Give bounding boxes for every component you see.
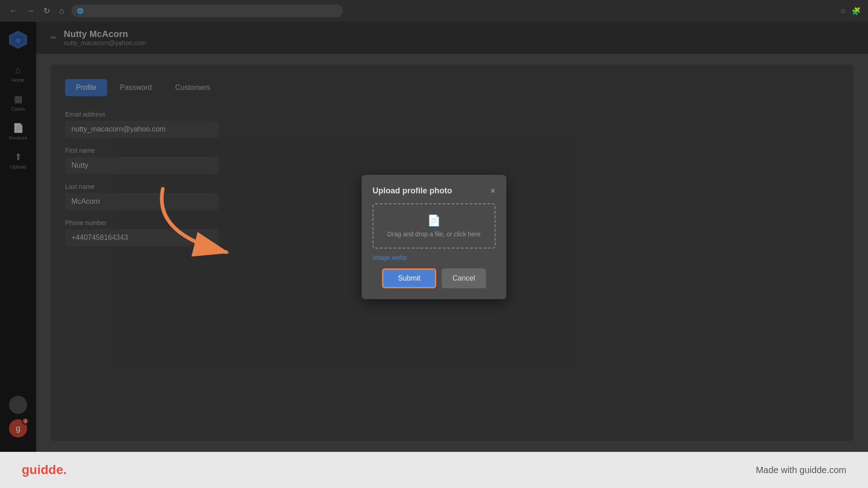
file-name-label: Image.webp — [373, 254, 495, 261]
arrow-annotation — [136, 180, 262, 270]
modal-buttons: Submit Cancel — [373, 268, 495, 288]
submit-button[interactable]: Submit — [382, 268, 436, 288]
footer-tagline: Made with guidde.com — [756, 465, 846, 475]
upload-modal: Upload profile photo × 📄 Drag and drop a… — [362, 175, 506, 299]
file-drop-zone[interactable]: 📄 Drag and drop a file, or click here — [373, 203, 495, 249]
browser-chrome: ← → ↻ ⌂ 🌐 ☆ 🧩 — [0, 0, 868, 22]
cancel-button[interactable]: Cancel — [442, 268, 486, 288]
guidde-logo: guidde. — [22, 463, 67, 477]
star-icon[interactable]: ☆ — [840, 7, 846, 15]
globe-icon: 🌐 — [77, 8, 84, 14]
refresh-button[interactable]: ↻ — [42, 4, 52, 18]
browser-actions: ☆ 🧩 — [840, 7, 861, 15]
footer: guidde. Made with guidde.com — [0, 452, 868, 488]
address-bar[interactable]: 🌐 — [71, 5, 343, 17]
modal-overlay: Upload profile photo × 📄 Drag and drop a… — [0, 22, 868, 452]
modal-close-button[interactable]: × — [490, 186, 495, 196]
drop-zone-text: Drag and drop a file, or click here — [387, 230, 481, 238]
modal-title: Upload profile photo — [373, 186, 452, 196]
file-icon: 📄 — [427, 214, 441, 227]
modal-header: Upload profile photo × — [373, 186, 495, 196]
forward-button[interactable]: → — [24, 5, 36, 18]
back-button[interactable]: ← — [7, 5, 19, 18]
home-button[interactable]: ⌂ — [57, 5, 66, 18]
extensions-icon[interactable]: 🧩 — [852, 7, 861, 15]
